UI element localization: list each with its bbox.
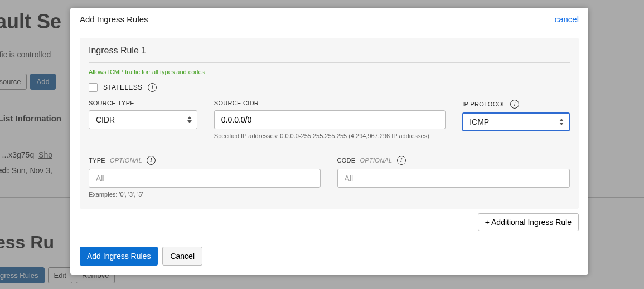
info-icon[interactable]: i: [510, 100, 519, 109]
stateless-row: STATELESS i: [89, 83, 570, 92]
ip-protocol-label: IP PROTOCOL i: [462, 100, 570, 109]
type-helper: Examples: '0', '3', '5': [89, 191, 321, 198]
dialog-title: Add Ingress Rules: [80, 14, 148, 24]
stateless-label: STATELESS: [103, 84, 142, 91]
code-input-el[interactable]: [345, 174, 563, 183]
info-icon[interactable]: i: [397, 156, 406, 165]
dialog-cancel-link[interactable]: cancel: [555, 14, 579, 24]
rule-title: Ingress Rule 1: [89, 46, 570, 63]
source-cidr-field: SOURCE CIDR Specified IP addresses: 0.0.…: [214, 100, 446, 139]
type-field: TYPE OPTIONAL i Examples: '0', '3', '5': [89, 156, 321, 198]
code-field: CODE OPTIONAL i: [337, 156, 570, 198]
dialog-footer: Add Ingress Rules Cancel: [70, 239, 588, 275]
source-type-label: SOURCE TYPE: [89, 100, 197, 106]
source-type-field: SOURCE TYPE CIDR: [89, 100, 197, 139]
allows-description: Allows ICMP traffic for: all types and c…: [89, 68, 570, 75]
code-label: CODE OPTIONAL i: [337, 156, 570, 165]
additional-rule-row: + Additional Ingress Rule: [80, 209, 579, 231]
cancel-button[interactable]: Cancel: [162, 247, 202, 266]
ingress-rule-card: Ingress Rule 1 Allows ICMP traffic for: …: [80, 38, 579, 209]
ip-protocol-label-text: IP PROTOCOL: [462, 101, 506, 107]
source-cidr-input-el[interactable]: [221, 115, 438, 124]
ip-protocol-field: IP PROTOCOL i ICMP: [462, 100, 570, 139]
type-optional: OPTIONAL: [110, 157, 142, 164]
info-icon[interactable]: i: [147, 156, 156, 165]
add-ingress-rules-dialog: Add Ingress Rules cancel Ingress Rule 1 …: [70, 8, 588, 275]
source-type-label-text: SOURCE TYPE: [89, 100, 134, 106]
type-input-el[interactable]: [96, 174, 313, 183]
info-icon[interactable]: i: [148, 83, 157, 92]
field-row-1: SOURCE TYPE CIDR SOURCE CIDR: [89, 100, 570, 139]
type-label: TYPE OPTIONAL i: [89, 156, 321, 165]
select-caret-icon: [187, 111, 192, 129]
type-input[interactable]: [89, 169, 321, 188]
type-label-text: TYPE: [89, 157, 105, 164]
ip-protocol-select[interactable]: ICMP: [462, 112, 570, 131]
field-row-2: TYPE OPTIONAL i Examples: '0', '3', '5' …: [89, 156, 570, 198]
code-input[interactable]: [337, 169, 570, 188]
ip-protocol-value: ICMP: [469, 117, 489, 126]
source-cidr-input[interactable]: [214, 110, 446, 129]
select-caret-icon: [559, 114, 564, 130]
source-type-value: CIDR: [96, 115, 115, 124]
source-type-select[interactable]: CIDR: [89, 110, 197, 129]
dialog-header: Add Ingress Rules cancel: [70, 8, 588, 31]
source-cidr-helper: Specified IP addresses: 0.0.0.0-255.255.…: [214, 133, 446, 139]
source-cidr-label: SOURCE CIDR: [214, 100, 446, 106]
additional-ingress-rule-button[interactable]: + Additional Ingress Rule: [478, 213, 579, 231]
code-label-text: CODE: [337, 157, 356, 164]
add-ingress-rules-submit-button[interactable]: Add Ingress Rules: [80, 247, 158, 266]
code-optional: OPTIONAL: [360, 157, 393, 164]
dialog-body: Ingress Rule 1 Allows ICMP traffic for: …: [70, 31, 588, 239]
source-cidr-label-text: SOURCE CIDR: [214, 100, 259, 106]
stateless-checkbox[interactable]: [89, 83, 98, 92]
